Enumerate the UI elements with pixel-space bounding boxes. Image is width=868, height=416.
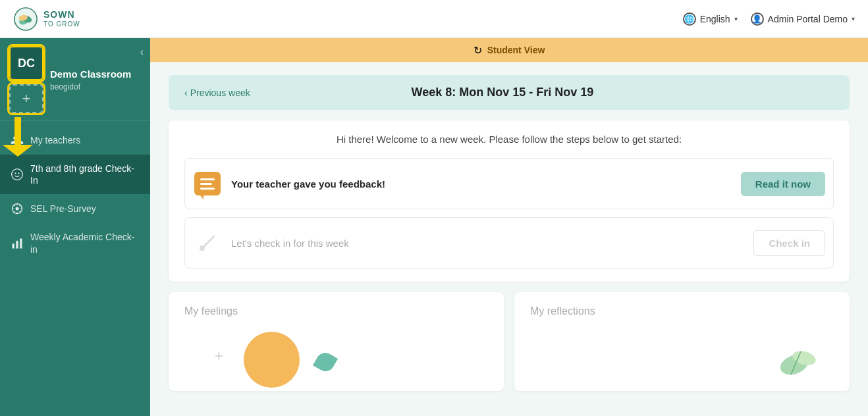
logo-togrow: TO GROW xyxy=(43,20,80,28)
leaf-svg-decor xyxy=(755,332,821,384)
user-selector[interactable]: 👤 Admin Portal Demo ▾ xyxy=(751,13,855,26)
bottom-row: My feelings + My reflections xyxy=(169,292,850,391)
language-label: English xyxy=(700,14,730,24)
check-in-button: Check in xyxy=(753,230,825,256)
logo-text: SOWN TO GROW xyxy=(43,10,80,27)
feedback-task-row: Your teacher gave you feedback! Read it … xyxy=(184,158,834,209)
top-header: SOWN TO GROW 🌐 English ▾ 👤 Admin Portal … xyxy=(0,0,868,38)
content-area: ↻ Student View ‹ Previous week Week 8: M… xyxy=(150,38,868,416)
feelings-decoration: + xyxy=(184,325,488,378)
sidebar-item-sel-survey[interactable]: SEL Pre-Survey xyxy=(0,194,150,223)
my-feelings-title: My feelings xyxy=(184,305,488,317)
sidebar-item-academic-checkin[interactable]: Weekly Academic Check-in xyxy=(0,223,150,263)
sidebar-top: DC + Demo Classroom beogidof ‹ xyxy=(0,38,150,120)
chevron-down-icon: ▾ xyxy=(734,15,738,22)
sidebar-item-my-teachers[interactable]: My teachers xyxy=(0,126,150,155)
user-label: Admin Portal Demo xyxy=(768,14,848,24)
sidebar-item-label: My teachers xyxy=(30,134,80,146)
my-reflections-card: My reflections xyxy=(514,292,850,391)
sidebar-item-label-4: Weekly Academic Check-in xyxy=(30,231,140,255)
welcome-text: Hi there! Welcome to a new week. Please … xyxy=(184,134,834,145)
sidebar-avatars: DC + xyxy=(9,46,43,113)
feedback-icon-wrap xyxy=(193,169,222,198)
svg-point-6 xyxy=(12,169,23,180)
sidebar-nav: My teachers 7th and 8th grade Check-In xyxy=(0,126,150,416)
task-left: Your teacher gave you feedback! xyxy=(193,169,385,198)
plus-decor-icon: + xyxy=(215,348,223,365)
header-right: 🌐 English ▾ 👤 Admin Portal Demo ▾ xyxy=(683,13,855,26)
logo-area: SOWN TO GROW xyxy=(13,7,80,32)
sidebar-classroom-info: Demo Classroom beogidof xyxy=(50,46,141,113)
orange-circle-decor xyxy=(244,332,300,388)
collapse-icon: ‹ xyxy=(140,46,144,57)
svg-rect-12 xyxy=(16,240,18,248)
svg-rect-13 xyxy=(20,238,22,248)
student-view-banner: ↻ Student View xyxy=(150,38,868,62)
reflections-decoration xyxy=(530,325,834,378)
svg-line-15 xyxy=(209,236,214,242)
week-title: Week 8: Mon Nov 15 - Fri Nov 19 xyxy=(411,86,593,99)
sidebar-item-grade-checkin[interactable]: 7th and 8th grade Check-In xyxy=(0,155,150,194)
checkin-icon-wrap xyxy=(193,228,222,257)
my-reflections-title: My reflections xyxy=(530,305,834,317)
line-3 xyxy=(200,188,215,190)
svg-line-14 xyxy=(201,242,209,249)
svg-point-7 xyxy=(15,173,16,174)
leaf-decor-1 xyxy=(313,350,338,375)
user-icon: 👤 xyxy=(751,13,764,26)
sidebar: DC + Demo Classroom beogidof ‹ xyxy=(0,38,150,416)
feedback-icon xyxy=(194,172,221,195)
logo-icon xyxy=(13,7,38,32)
globe-icon: 🌐 xyxy=(683,13,696,26)
student-view-text: Student View xyxy=(487,45,545,55)
svg-point-10 xyxy=(16,207,19,211)
line-2 xyxy=(200,183,212,185)
classroom-name: Demo Classroom xyxy=(50,68,141,80)
read-it-now-button[interactable]: Read it now xyxy=(741,172,825,196)
gear-circle-icon xyxy=(11,202,24,215)
sidebar-item-label-3: SEL Pre-Survey xyxy=(30,203,96,215)
feedback-task-label: Your teacher gave you feedback! xyxy=(231,178,385,190)
chevron-down-icon-2: ▾ xyxy=(852,15,855,22)
tasks-card: Hi there! Welcome to a new week. Please … xyxy=(169,120,850,282)
sidebar-collapse-button[interactable]: ‹ xyxy=(140,46,144,58)
classroom-username: beogidof xyxy=(50,82,141,91)
people-icon xyxy=(11,134,24,147)
my-feelings-card: My feelings + xyxy=(169,292,504,391)
task-left-2: Let's check in for this week xyxy=(193,228,349,257)
sidebar-item-label-2: 7th and 8th grade Check-In xyxy=(30,163,140,186)
line-1 xyxy=(200,178,215,180)
checkin-task-label: Let's check in for this week xyxy=(231,238,349,249)
week-nav-card: ‹ Previous week Week 8: Mon Nov 15 - Fri… xyxy=(169,75,850,110)
previous-week-label: Previous week xyxy=(190,88,250,98)
feedback-lines xyxy=(200,178,215,190)
checkin-task-row: Let's check in for this week Check in xyxy=(184,217,834,269)
smiley-icon xyxy=(11,168,24,181)
checkin-icon xyxy=(196,231,219,255)
svg-point-8 xyxy=(18,173,20,174)
refresh-icon: ↻ xyxy=(474,44,482,57)
svg-rect-11 xyxy=(13,244,14,249)
logo-sown: SOWN xyxy=(43,10,80,20)
language-selector[interactable]: 🌐 English ▾ xyxy=(683,13,738,26)
chevron-left-icon: ‹ xyxy=(184,88,188,98)
previous-week-link[interactable]: ‹ Previous week xyxy=(184,88,250,98)
bar-chart-icon xyxy=(11,237,24,250)
main-body: DC + Demo Classroom beogidof ‹ xyxy=(0,38,868,416)
main-content: ‹ Previous week Week 8: Mon Nov 15 - Fri… xyxy=(150,62,868,416)
